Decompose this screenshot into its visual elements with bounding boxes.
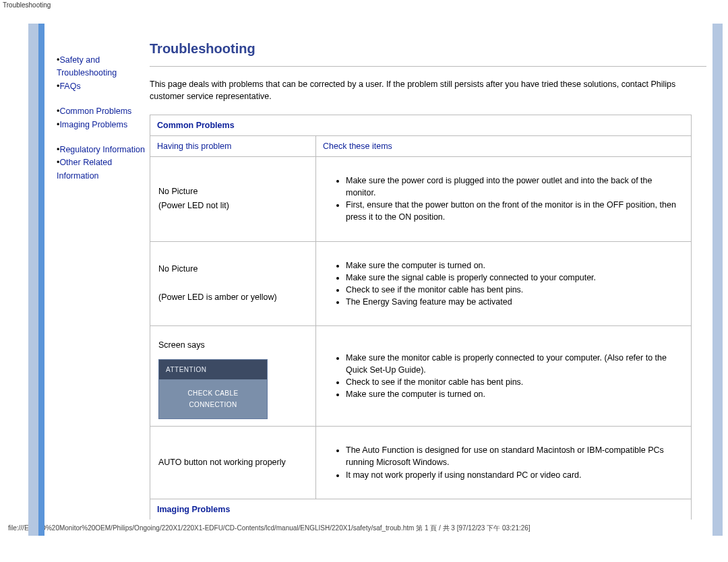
problem-line1: AUTO button not working properly <box>158 458 286 467</box>
top-label: Troubleshooting <box>0 0 728 10</box>
nav-common-problems[interactable]: Common Problems <box>59 106 131 116</box>
col-check-items: Check these items <box>316 136 692 157</box>
table-row: No Picture (Power LED is amber or yellow… <box>150 241 692 326</box>
nav-regulatory[interactable]: Regulatory Information <box>59 145 144 154</box>
problem-line2: (Power LED is amber or yellow) <box>158 292 277 302</box>
check-item: Make sure the computer is turned on. <box>346 388 680 400</box>
check-item: Make sure the monitor cable is properly … <box>346 352 680 376</box>
problem-cell: Screen says ATTENTION CHECK CABLE CONNEC… <box>150 326 316 427</box>
troubleshooting-table: Common Problems Having this problem Chec… <box>150 115 692 520</box>
problem-line1: No Picture <box>158 264 198 274</box>
check-item: The Energy Saving feature may be activat… <box>346 296 680 308</box>
section-common-problems: Common Problems <box>150 115 692 136</box>
problem-cell: AUTO button not working properly <box>150 427 316 499</box>
table-row: Screen says ATTENTION CHECK CABLE CONNEC… <box>150 326 692 427</box>
table-row: AUTO button not working properly The Aut… <box>150 427 692 499</box>
nav-imaging-problems[interactable]: Imaging Problems <box>59 120 127 129</box>
right-stripe <box>712 24 723 536</box>
page-title: Troubleshooting <box>150 41 712 57</box>
attention-header: ATTENTION <box>159 360 267 379</box>
problem-line1: No Picture <box>158 187 198 196</box>
section-imaging-problems: Imaging Problems <box>150 499 692 520</box>
nav-safety-troubleshooting[interactable]: Safety and Troubleshooting <box>57 55 117 77</box>
problem-cell: No Picture (Power LED is amber or yellow… <box>150 241 316 326</box>
intro-text: This page deals with problems that can b… <box>150 79 712 102</box>
attention-box: ATTENTION CHECK CABLE CONNECTION <box>158 359 268 419</box>
checks-cell: Make sure the power cord is plugged into… <box>316 157 692 242</box>
problem-line2: (Power LED not lit) <box>158 201 229 210</box>
check-item: Make sure the computer is turned on. <box>346 259 680 272</box>
nav-faqs[interactable]: FAQs <box>59 82 80 91</box>
check-item: It may not work properly if using nonsta… <box>346 469 680 481</box>
problem-cell: No Picture (Power LED not lit) <box>150 157 316 242</box>
checks-cell: Make sure the monitor cable is properly … <box>316 326 692 427</box>
checks-cell: The Auto Function is designed for use on… <box>316 427 692 499</box>
check-item: Make sure the power cord is plugged into… <box>346 175 680 199</box>
check-item: Check to see if the monitor cable has be… <box>346 284 680 296</box>
nav-other-related[interactable]: Other Related Information <box>57 158 112 180</box>
problem-line1: Screen says <box>158 340 205 350</box>
check-item: The Auto Function is designed for use on… <box>346 444 680 468</box>
sidebar: •Safety and Troubleshooting •FAQs •Commo… <box>8 17 150 520</box>
col-having-problem: Having this problem <box>150 136 316 157</box>
checks-cell: Make sure the computer is turned on. Mak… <box>316 241 692 326</box>
title-divider <box>150 66 706 67</box>
page-wrap: •Safety and Troubleshooting •FAQs •Commo… <box>0 10 728 520</box>
attention-body: CHECK CABLE CONNECTION <box>159 379 267 418</box>
table-row: No Picture (Power LED not lit) Make sure… <box>150 157 692 242</box>
check-item: First, ensure that the power button on t… <box>346 199 680 223</box>
footer-path: file:///E|/LCD%20Monitor%20OEM/Philips/O… <box>0 520 728 536</box>
main-content: Troubleshooting This page deals with pro… <box>150 17 728 520</box>
check-item: Check to see if the monitor cable has be… <box>346 376 680 388</box>
sidebar-nav: •Safety and Troubleshooting •FAQs •Commo… <box>8 17 150 183</box>
check-item: Make sure the signal cable is properly c… <box>346 272 680 284</box>
